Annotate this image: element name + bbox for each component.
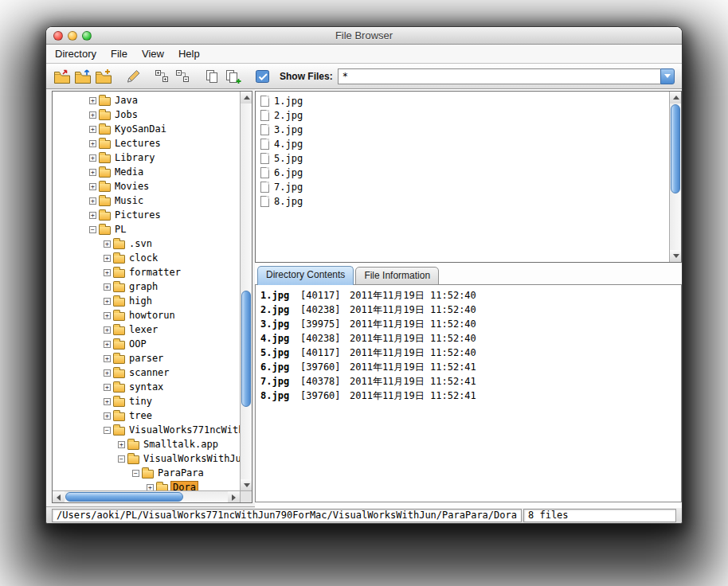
expand-icon[interactable]: + [104,355,111,362]
expand-icon[interactable]: + [104,269,111,276]
tree-item[interactable]: +.svn [53,236,241,251]
expand-icon[interactable]: + [89,212,96,219]
expand-icon[interactable]: + [104,255,111,262]
tree-item[interactable]: +Pictures [53,208,241,222]
expand-icon[interactable]: + [89,169,96,176]
tree-item[interactable]: +Dora [53,480,241,491]
tree-vertical-scrollbar[interactable] [240,92,252,491]
tree-item[interactable]: +howtorun [53,308,241,322]
file-detail-row[interactable]: 7.jpg[40378]2011年11月19日 11:52:41 [260,374,681,389]
tree-item[interactable]: +lexer [53,322,241,337]
menu-item-view[interactable]: View [135,46,171,61]
tree-item[interactable]: +Library [53,150,241,165]
folder-up-button[interactable] [72,66,93,87]
scroll-up-button[interactable] [241,92,252,104]
collapse-tree-button[interactable] [173,66,194,87]
expand-icon[interactable]: + [104,326,111,334]
tree-horizontal-scrollbar[interactable] [53,490,240,502]
tree-item[interactable]: +tiny [53,394,241,408]
filelist-scrollbar-thumb[interactable] [671,104,680,193]
tree-item[interactable]: −PL [53,222,241,236]
minimize-button[interactable] [68,31,77,41]
file-detail-row[interactable]: 4.jpg[40238]2011年11月19日 11:52:40 [260,331,681,346]
collapse-icon[interactable]: − [89,226,96,233]
file-list-item[interactable]: 6.jpg [260,166,670,180]
tree-item[interactable]: +Java [53,93,241,107]
expand-icon[interactable]: + [89,197,96,205]
file-detail-row[interactable]: 6.jpg[39760]2011年11月19日 11:52:41 [260,360,681,374]
file-list-item[interactable]: 7.jpg [260,180,670,194]
file-detail-row[interactable]: 1.jpg[40117]2011年11月19日 11:52:40 [260,288,681,303]
expand-icon[interactable]: + [104,369,111,377]
expand-icon[interactable]: + [104,384,111,391]
tab-file-information[interactable]: File Information [355,267,439,285]
expand-icon[interactable]: + [104,240,111,248]
file-list-item[interactable]: 2.jpg [260,108,670,123]
expand-icon[interactable]: + [104,283,111,291]
scroll-down-button[interactable] [241,479,252,491]
tab-directory-contents[interactable]: Directory Contents [257,266,354,285]
scroll-down-button[interactable] [670,250,682,262]
menu-item-file[interactable]: File [104,46,135,61]
expand-icon[interactable]: + [89,154,96,162]
expand-icon[interactable]: + [118,441,125,448]
expand-icon[interactable]: + [104,398,111,405]
scroll-up-button[interactable] [670,92,682,104]
tree-item[interactable]: +clock [53,251,241,265]
file-list-item[interactable]: 5.jpg [260,151,670,166]
tree-item[interactable]: +graph [53,279,241,294]
expand-icon[interactable]: + [89,111,96,119]
file-detail-row[interactable]: 2.jpg[40238]2011年11月19日 11:52:40 [260,303,681,317]
tree-item[interactable]: +Smalltalk.app [53,437,241,451]
tree-item[interactable]: +scanner [53,365,241,380]
select-files-button[interactable] [252,66,273,87]
tree-item[interactable]: +high [53,294,241,308]
file-list-item[interactable]: 1.jpg [260,94,670,108]
duplicate-file-button[interactable] [223,66,244,87]
tree-item[interactable]: +Music [53,193,241,208]
expand-icon[interactable]: + [104,312,111,319]
expand-icon[interactable]: + [89,183,96,190]
tree-item[interactable]: +parser [53,351,241,365]
tree-item[interactable]: −VisualWorksWithJun [53,451,241,466]
collapse-icon[interactable]: − [104,427,111,434]
collapse-icon[interactable]: − [132,470,139,477]
tree-item[interactable]: +OOP [53,337,241,351]
file-list-item[interactable]: 3.jpg [260,123,670,137]
tree-item[interactable]: +tree [53,408,241,423]
expand-icon[interactable]: + [89,140,96,147]
folder-new-button[interactable] [93,66,114,87]
file-list-item[interactable]: 4.jpg [260,137,670,151]
expand-icon[interactable]: + [104,298,111,305]
file-filter-input[interactable] [338,68,660,84]
zoom-button[interactable] [82,31,92,41]
expand-icon[interactable]: + [104,412,111,420]
tree-item[interactable]: +Lectures [53,136,241,150]
tree-hscrollbar-thumb[interactable] [65,492,183,502]
copy-file-button[interactable] [202,66,223,87]
tree-item[interactable]: +KyoSanDai [53,122,241,136]
menu-item-help[interactable]: Help [171,46,207,61]
close-button[interactable] [53,31,63,41]
expand-tree-button[interactable] [152,66,173,87]
tree-item[interactable]: +formatter [53,265,241,279]
collapse-icon[interactable]: − [118,455,125,463]
expand-icon[interactable]: + [89,97,96,104]
tree-item[interactable]: −ParaPara [53,466,241,480]
filelist-vertical-scrollbar[interactable] [669,92,681,262]
expand-icon[interactable]: + [104,341,111,348]
title-bar[interactable]: File Browser [46,27,682,45]
file-detail-row[interactable]: 3.jpg[39975]2011年11月19日 11:52:40 [260,317,681,331]
filter-dropdown-button[interactable] [660,68,675,84]
tree-scrollbar-thumb[interactable] [241,291,251,407]
expand-icon[interactable]: + [89,126,96,133]
tree-item[interactable]: +Movies [53,179,241,193]
edit-button[interactable] [123,66,143,87]
tree-item[interactable]: +Jobs [53,107,241,122]
file-detail-row[interactable]: 8.jpg[39760]2011年11月19日 11:52:41 [260,389,681,403]
tree-item[interactable]: +Media [53,165,241,179]
tree-item[interactable]: −VisualWorks771ncWithJun790ForMac [53,423,241,437]
folder-back-button[interactable] [52,66,72,87]
menu-item-directory[interactable]: Directory [48,46,104,61]
file-list-item[interactable]: 8.jpg [260,194,670,209]
